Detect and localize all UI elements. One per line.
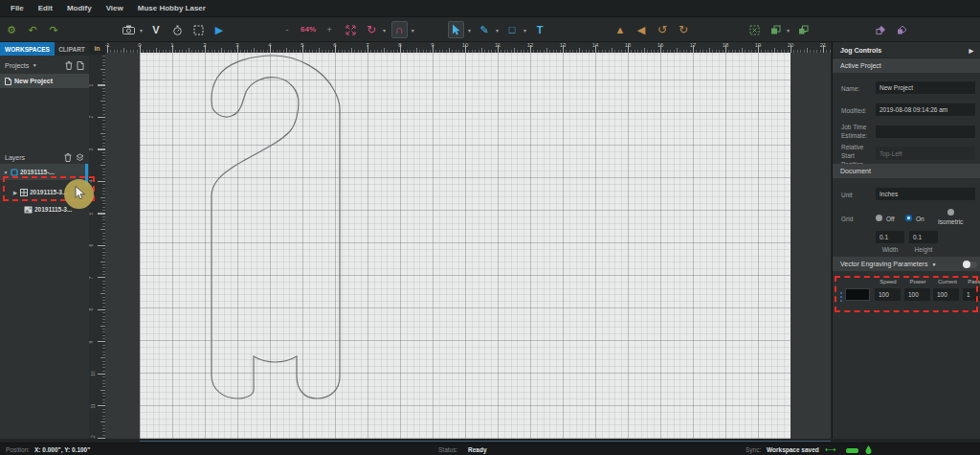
shape-tool-caret-icon[interactable]: ▾ xyxy=(523,27,526,34)
menu-file[interactable]: File xyxy=(11,4,24,12)
zoom-level-value[interactable]: 64% xyxy=(301,21,316,38)
canvas-viewport[interactable] xyxy=(105,53,831,439)
ruler-tick-number: -1 xyxy=(105,42,110,48)
layers-header: Layers xyxy=(0,150,89,164)
toolbar-group-general: ⚙ ↶ ↷ xyxy=(4,17,61,42)
select-tool-caret-icon[interactable]: ▾ xyxy=(468,27,471,34)
application-window: File Edit Modify View Muse Hobby Laser ⚙… xyxy=(0,0,980,455)
grid-width-input[interactable]: 0.1 xyxy=(876,231,904,243)
camera-icon[interactable] xyxy=(121,21,136,38)
job-time-value xyxy=(876,125,975,138)
mouse-cursor-icon xyxy=(75,186,86,200)
power-input[interactable]: 100 xyxy=(904,288,930,301)
delete-project-trash-icon[interactable] xyxy=(65,61,73,70)
rotate-ccw-icon[interactable]: ↺ xyxy=(655,21,670,38)
document-section-header[interactable]: Document xyxy=(833,164,980,178)
layer-expand-caret-icon[interactable]: ▼ xyxy=(3,170,9,175)
layer-color-swatch[interactable] xyxy=(845,288,870,301)
jog-controls-row[interactable]: Jog Controls ▶ xyxy=(833,42,980,58)
current-input[interactable]: 100 xyxy=(933,288,959,301)
toolbar-group-arrange: ▾ xyxy=(746,17,811,42)
text-tool-icon[interactable]: T xyxy=(532,21,547,38)
ruler-tick-number: 20 xyxy=(788,42,794,48)
frame-perimeter-icon[interactable] xyxy=(190,21,206,38)
tab-workspaces[interactable]: WORKSPACES xyxy=(0,42,55,56)
zoom-out-button[interactable]: - xyxy=(279,21,295,38)
ungroup-objects-icon[interactable] xyxy=(795,21,811,38)
edit-nodes-icon[interactable] xyxy=(873,21,888,38)
speed-input[interactable]: 100 xyxy=(875,288,901,301)
grid-height-input[interactable]: 0.1 xyxy=(909,231,938,243)
select-tool-icon[interactable] xyxy=(448,21,464,38)
undo-icon[interactable]: ↶ xyxy=(25,21,40,38)
layer-group-icon xyxy=(11,169,18,176)
ruler-tick-number: 4 xyxy=(89,180,94,183)
layer-row-group[interactable]: ▼ 20191115-... xyxy=(0,164,89,180)
redo-icon[interactable]: ↷ xyxy=(46,21,61,38)
add-node-icon[interactable] xyxy=(894,21,909,38)
door-hanger-shape[interactable] xyxy=(140,53,791,439)
menu-modify[interactable]: Modify xyxy=(67,4,92,12)
settings-gear-icon[interactable]: ⚙ xyxy=(4,21,19,38)
project-name-input[interactable]: New Project xyxy=(876,81,975,94)
group-caret-icon[interactable]: ▾ xyxy=(787,27,790,34)
ruler-tick-number: 5 xyxy=(301,42,303,48)
tab-clipart[interactable]: CLIPART xyxy=(55,42,89,56)
camera-caret-icon[interactable]: ▾ xyxy=(140,27,143,34)
project-item-label: New Project xyxy=(14,78,53,84)
project-item-new-project[interactable]: New Project xyxy=(0,74,89,88)
passes-input[interactable]: 1 xyxy=(963,288,980,301)
vertical-ruler: 123456789101112 xyxy=(89,55,105,439)
canvas-page[interactable] xyxy=(140,53,791,439)
stopwatch-icon[interactable] xyxy=(169,21,185,38)
unit-select[interactable]: Inches xyxy=(876,188,975,200)
vector-params-toggle[interactable] xyxy=(963,262,977,268)
vector-params-caret-icon[interactable]: ▼ xyxy=(931,262,936,267)
relative-start-select[interactable]: Top-Left xyxy=(876,147,975,160)
projects-caret-icon[interactable]: ▼ xyxy=(32,62,37,68)
toolbar: ⚙ ↶ ↷ ▾ V ▶ - 64% + ↻ ▾ xyxy=(0,17,980,42)
horizontal-scrollbar-thumb[interactable] xyxy=(140,441,831,442)
grid-on-radio[interactable] xyxy=(905,215,912,221)
rotate-view-caret-icon[interactable]: ▾ xyxy=(383,27,386,34)
column-header-power: Power xyxy=(904,279,931,284)
grid-off-radio[interactable] xyxy=(876,215,882,221)
rotate-view-icon[interactable]: ↻ xyxy=(364,21,379,38)
grid-isometric-label: Isometric xyxy=(938,218,963,225)
snap-magnet-caret-icon[interactable]: ▾ xyxy=(412,27,414,34)
rotate-cw-icon[interactable]: ↻ xyxy=(676,21,691,38)
delete-layer-trash-icon[interactable] xyxy=(64,153,72,162)
run-job-play-icon[interactable]: ▶ xyxy=(212,21,227,38)
layer-expand-caret-icon[interactable]: ▶ xyxy=(12,190,18,195)
zoom-in-button[interactable]: + xyxy=(322,21,337,38)
ruler-tick-number: 19 xyxy=(755,42,762,48)
menu-muse-hobby-laser[interactable]: Muse Hobby Laser xyxy=(138,4,206,12)
menu-edit[interactable]: Edit xyxy=(38,4,53,12)
vector-preview-icon[interactable]: V xyxy=(148,21,164,38)
shape-tool-icon[interactable]: □ xyxy=(504,21,520,38)
pen-tool-icon[interactable]: ✎ xyxy=(477,21,492,38)
flip-vertical-icon[interactable]: ▲ xyxy=(612,21,628,38)
pen-tool-caret-icon[interactable]: ▾ xyxy=(496,27,499,34)
ruler-tick-number: 9 xyxy=(89,340,94,343)
row-drag-handle[interactable] xyxy=(840,292,842,302)
ruler-tick-number: 21 xyxy=(820,42,827,48)
group-objects-icon[interactable] xyxy=(768,21,783,38)
active-project-section-header[interactable]: Active Project xyxy=(833,58,980,73)
ruler-tick-number: 10 xyxy=(462,42,469,48)
add-layer-icon[interactable] xyxy=(76,153,84,162)
flip-horizontal-icon[interactable]: ◀ xyxy=(634,21,649,38)
status-bar: Position: X: 0.000", Y: 0.100" Status: R… xyxy=(0,443,980,455)
snap-magnet-icon[interactable]: ∩ xyxy=(391,21,408,38)
menu-view[interactable]: View xyxy=(106,4,123,12)
jog-controls-expand-icon[interactable]: ▶ xyxy=(969,47,973,54)
zoom-fit-expand-icon[interactable] xyxy=(343,21,358,38)
grid-isometric-radio[interactable] xyxy=(947,209,954,216)
name-label: Name: xyxy=(841,85,859,94)
selection-marquee-icon[interactable] xyxy=(746,21,762,38)
vector-params-section-header[interactable]: Vector Engraving Parameters ▼ xyxy=(833,257,980,271)
ruler-tick-number: 6 xyxy=(89,244,94,247)
ruler-tick-number: 8 xyxy=(398,42,401,48)
new-project-icon[interactable] xyxy=(77,61,84,70)
left-sidebar: WORKSPACES CLIPART Projects ▼ New Projec… xyxy=(0,42,89,439)
